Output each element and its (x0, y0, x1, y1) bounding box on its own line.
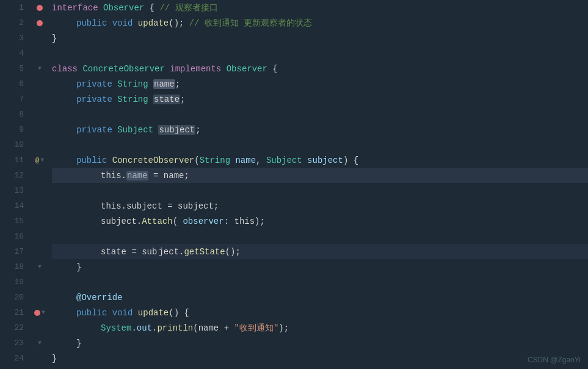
punc-6: ; (175, 79, 180, 89)
breakpoint-1[interactable] (37, 5, 43, 11)
ln-16: 16 (0, 229, 29, 244)
string-22: "收到通知" (234, 323, 278, 334)
state-17b: ject. (158, 247, 184, 257)
ln-12: 12 (0, 168, 29, 183)
ln-13: 13 (0, 183, 29, 198)
gutter-14 (34, 198, 46, 213)
brace-24: } (52, 354, 57, 364)
ln-23: 23 (0, 335, 29, 351)
code-line-15: subject.Attach( observer: this); (52, 213, 588, 229)
ln-4: 4 (0, 46, 29, 61)
code-line-17: state = subject.getState(); (52, 244, 588, 259)
label-observer: observer: (183, 217, 229, 226)
gutter-2 (34, 15, 46, 30)
debug-arrow-11: @ (35, 157, 40, 164)
ln-5: 5 (0, 61, 29, 76)
breakpoint-21[interactable] (34, 310, 40, 316)
ln-10: 10 (0, 137, 29, 152)
kw-public-11: public (76, 156, 112, 165)
fold-icon-11[interactable]: ▼ (40, 157, 44, 163)
var-state-highlighted: state (153, 95, 180, 104)
gutter-19 (34, 274, 46, 290)
code-line-19 (52, 274, 588, 290)
gutter-icons: ▼ @ ▼ ▼ ▼ (34, 0, 46, 369)
gutter-4 (34, 46, 46, 61)
code-line-9: private Subject subject; (52, 122, 588, 137)
var-name-highlighted: name (153, 79, 175, 89)
gutter-20 (34, 290, 46, 305)
fold-icon-18[interactable]: ▼ (38, 263, 42, 270)
code-line-21: public void update() { (52, 305, 588, 320)
dot-22: . (131, 323, 136, 333)
code-line-11: public ConcreteObserver(String name, Sub… (52, 152, 588, 168)
type-string-11: String (200, 156, 236, 165)
gutter-9 (34, 122, 46, 137)
code-line-8 (52, 107, 588, 122)
code-line-23: } (52, 335, 588, 351)
gutter-16 (34, 229, 46, 244)
kw-implements: implements (170, 64, 226, 74)
code-line-12: this.name = name; (52, 168, 588, 183)
code-line-22: System.out.println(name + "收到通知"); (52, 320, 588, 335)
code-editor: 1 2 3 4 5 6 7 8 9 10 11 12 13 14 15 16 1… (0, 0, 588, 369)
param-subject: subject (307, 156, 343, 165)
punc-11c: ) { (343, 156, 358, 165)
fold-icon-21[interactable]: ▼ (42, 309, 45, 316)
ln-24: 24 (0, 351, 29, 366)
punc-11a: ( (194, 156, 199, 165)
method-update-21: update (138, 308, 169, 318)
gutter-17 (34, 244, 46, 259)
ln-21: 21 (0, 305, 29, 320)
code-line-16 (52, 229, 588, 244)
param-name: name (235, 156, 256, 165)
ln-15: 15 (0, 213, 29, 229)
assign-12: = (148, 171, 164, 181)
kw-private-6: private (76, 79, 117, 89)
gutter-1 (34, 0, 46, 15)
this-name-token: name (126, 171, 148, 181)
breakpoint-2[interactable] (37, 20, 43, 26)
gutter-15 (34, 213, 46, 229)
ln-11: 11 (0, 152, 29, 168)
gutter-10 (34, 137, 46, 152)
type-system: System (101, 323, 131, 333)
watermark: CSDN @ZgaoYi (528, 356, 581, 364)
kw-public-2: public (76, 18, 112, 28)
dot-22b: . (152, 323, 157, 333)
ln-20: 20 (0, 290, 29, 305)
punc-11b: , (256, 156, 266, 165)
gutter-combo-11: @ ▼ (35, 157, 45, 164)
method-attach: Attach (142, 217, 172, 226)
code-line-7: private String state; (52, 91, 588, 107)
kw-void-21: void (112, 308, 138, 318)
gutter-combo-21: ▼ (34, 309, 45, 316)
fold-icon-23[interactable]: ▼ (38, 340, 42, 346)
comment-2: // 收到通知 更新观察者的状态 (189, 18, 313, 29)
state-17: state = sub (101, 247, 157, 257)
kw-public-21: public (76, 308, 112, 318)
line-numbers: 1 2 3 4 5 6 7 8 9 10 11 12 13 14 15 16 1… (0, 0, 34, 369)
gutter-8 (34, 107, 46, 122)
gutter-24 (34, 351, 46, 366)
gutter-18: ▼ (34, 259, 46, 274)
code-line-3: } (52, 30, 588, 46)
fold-icon-5[interactable]: ▼ (38, 65, 42, 72)
type-string-6: String (117, 79, 153, 89)
punc-9: ; (195, 125, 200, 135)
punc-2: (); (169, 18, 189, 28)
var-out: out (137, 323, 152, 333)
ln-17: 17 (0, 244, 29, 259)
gutter-13 (34, 183, 46, 198)
type-subject-11: Subject (266, 156, 307, 165)
type-string-7: String (117, 95, 153, 104)
ln-9: 9 (0, 122, 29, 137)
ln-7: 7 (0, 91, 29, 107)
subject-attach: subject. (101, 217, 142, 226)
ln-19: 19 (0, 274, 29, 290)
ln-3: 3 (0, 30, 29, 46)
gutter-7 (34, 91, 46, 107)
code-line-13 (52, 183, 588, 198)
method-constructor: ConcreteObserver (112, 156, 194, 165)
gutter-6 (34, 76, 46, 91)
var-subject-highlighted: subject (158, 125, 195, 135)
